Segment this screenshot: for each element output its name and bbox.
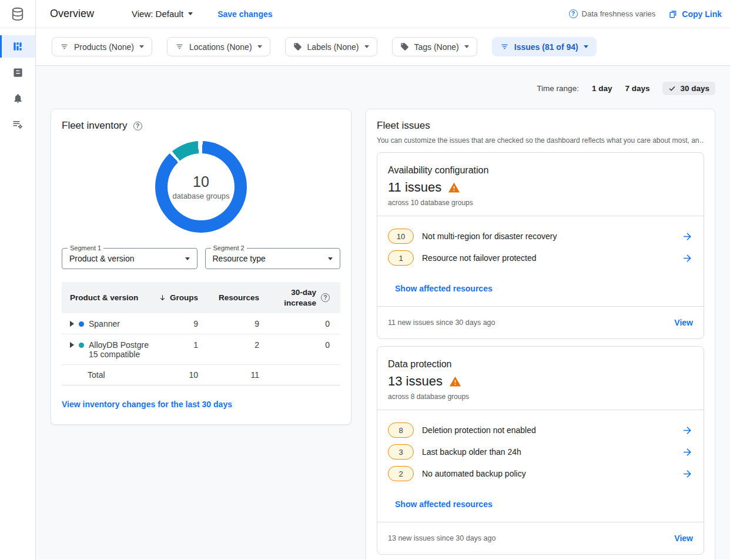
segment2-select[interactable]: Segment 2 Resource type: [205, 248, 341, 269]
view-selector[interactable]: View: Default: [132, 9, 193, 19]
arrow-forward-icon[interactable]: [682, 468, 693, 479]
database-logo-icon: [10, 6, 25, 22]
row-resources: 2: [198, 340, 259, 350]
filter-icon: [60, 42, 69, 51]
help-icon[interactable]: ?: [133, 122, 142, 130]
resources-icon: [12, 67, 24, 78]
check-icon: [668, 85, 676, 92]
time-range-30-days[interactable]: 30 days: [662, 82, 715, 95]
fleet-inventory-title: Fleet inventory: [62, 120, 128, 132]
filter-chip-products[interactable]: Products (None): [52, 37, 152, 56]
fleet-issues-subtitle: You can customize the issues that are ch…: [377, 136, 704, 145]
column-header-product[interactable]: Product & version: [62, 293, 150, 302]
issue-label: No automated backup policy: [422, 469, 526, 478]
table-row-alloydb[interactable]: AlloyDB PostgreSQL 15 compatible 1 2 0: [62, 334, 340, 365]
arrow-forward-icon[interactable]: [682, 447, 693, 458]
filter-chip-label: Issues (81 of 94): [514, 42, 578, 52]
row-product-name: Spanner: [89, 319, 120, 328]
new-issues-note: 11 new issues since 30 days ago: [388, 318, 495, 327]
total-resources: 11: [198, 370, 259, 380]
column-header-resources[interactable]: Resources: [198, 293, 259, 302]
tag-icon: [400, 42, 409, 51]
database-groups-donut-chart[interactable]: 10 database groups: [155, 141, 247, 233]
view-selector-label: View: Default: [132, 9, 183, 19]
filter-icon: [175, 42, 184, 51]
filter-chip-tags[interactable]: Tags (None): [392, 37, 477, 56]
filter-chip-label: Tags (None): [414, 42, 459, 52]
fleet-issues-title: Fleet issues: [377, 120, 430, 132]
inventory-table-header: Product & version Groups Resources 30-da…: [62, 282, 340, 313]
chevron-down-icon: [188, 12, 193, 15]
show-affected-resources-link[interactable]: Show affected resources: [395, 499, 493, 509]
issue-row[interactable]: 3 Last backup older than 24h: [388, 443, 693, 461]
show-affected-resources-link[interactable]: Show affected resources: [395, 284, 493, 293]
filter-chip-issues[interactable]: Issues (81 of 94): [492, 37, 597, 56]
sidebar-item-notifications[interactable]: [0, 87, 35, 109]
row-resources: 9: [198, 319, 259, 328]
view-button[interactable]: View: [674, 318, 693, 327]
chevron-down-icon: [139, 45, 144, 48]
total-groups: 10: [150, 370, 198, 380]
sidebar-item-overview[interactable]: [0, 35, 35, 58]
issue-row[interactable]: 8 Deletion protection not enabled: [388, 421, 693, 439]
donut-value: 10: [193, 173, 209, 190]
time-range-selector: Time range: 1 day 7 days 30 days: [51, 82, 715, 95]
fleet-issues-card: Fleet issues You can customize the issue…: [366, 109, 715, 559]
segment1-select[interactable]: Segment 1 Product & version: [62, 248, 197, 269]
app-logo: [0, 0, 35, 28]
series-color-dot: [79, 343, 84, 348]
help-icon[interactable]: ?: [321, 293, 330, 302]
view-inventory-changes-link[interactable]: View inventory changes for the last 30 d…: [62, 400, 232, 409]
chevron-down-icon: [464, 45, 469, 48]
filter-chip-labels[interactable]: Labels (None): [285, 37, 377, 56]
filter-icon: [500, 42, 509, 51]
issue-section-availability: Availability configuration 11 issues acr…: [377, 152, 704, 339]
page-title: Overview: [50, 8, 94, 20]
donut-label: database groups: [173, 192, 230, 200]
section-scope: across 8 database groups: [388, 393, 693, 401]
total-label: Total: [62, 370, 150, 380]
column-header-increase[interactable]: 30-day increase ?: [259, 287, 340, 308]
series-color-dot: [79, 321, 84, 327]
row-groups: 1: [150, 340, 198, 350]
issue-label: Resource not failover protected: [422, 253, 537, 263]
copy-link-label: Copy Link: [682, 9, 722, 19]
chevron-down-icon: [185, 257, 190, 260]
expand-row-icon[interactable]: [70, 342, 74, 348]
save-changes-button[interactable]: Save changes: [217, 9, 272, 19]
filter-chip-label: Labels (None): [307, 42, 359, 52]
sidebar: [0, 0, 36, 560]
inventory-table: Product & version Groups Resources 30-da…: [62, 282, 340, 385]
column-header-groups[interactable]: Groups: [150, 293, 198, 302]
arrow-forward-icon[interactable]: [682, 231, 693, 242]
table-row-spanner[interactable]: Spanner 9 9 0: [62, 313, 340, 334]
section-title: Data protection: [388, 359, 693, 370]
arrow-forward-icon[interactable]: [682, 425, 693, 436]
issue-row[interactable]: 2 No automated backup policy: [388, 465, 693, 482]
section-scope: across 10 database groups: [388, 199, 693, 207]
time-range-1-day[interactable]: 1 day: [592, 84, 612, 93]
donut-center: 10 database groups: [168, 153, 235, 220]
sidebar-item-resources[interactable]: [0, 61, 35, 83]
arrow-forward-icon[interactable]: [682, 253, 693, 264]
sidebar-item-settings[interactable]: [0, 113, 35, 135]
issue-row[interactable]: 10 Not multi-region for disaster recover…: [388, 227, 693, 245]
topbar-right: ? Data freshness varies Copy Link: [569, 9, 722, 19]
row-increase: 0: [259, 340, 340, 350]
row-groups: 9: [150, 319, 198, 328]
filter-chip-locations[interactable]: Locations (None): [167, 37, 270, 56]
segment1-value: Product & version: [69, 254, 135, 263]
fleet-inventory-card: Fleet inventory ? 10 database groups Seg…: [51, 109, 351, 425]
issue-count-badge: 3: [388, 444, 414, 460]
issue-count-badge: 10: [388, 229, 414, 244]
chevron-down-icon: [328, 257, 333, 260]
time-range-7-days[interactable]: 7 days: [625, 84, 649, 93]
view-button[interactable]: View: [674, 534, 693, 543]
issue-row[interactable]: 1 Resource not failover protected: [388, 249, 693, 267]
filter-bar: Products (None) Locations (None) Labels …: [36, 28, 730, 66]
help-icon[interactable]: ?: [569, 9, 578, 18]
copy-link-button[interactable]: Copy Link: [668, 9, 722, 19]
expand-row-icon[interactable]: [70, 321, 74, 327]
data-freshness-label: Data freshness varies: [582, 9, 656, 18]
top-bar: Overview View: Default Save changes ? Da…: [36, 0, 730, 28]
